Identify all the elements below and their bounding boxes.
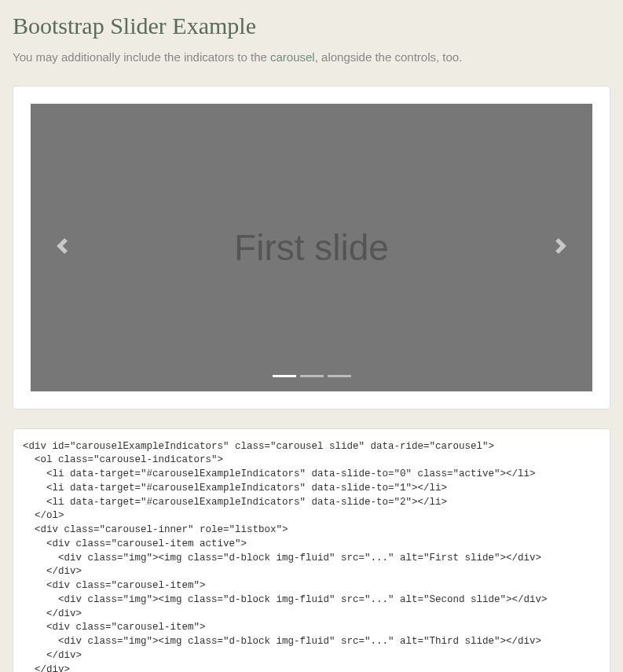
carousel-slide-text: First slide <box>234 226 389 269</box>
carousel: First slide <box>31 104 592 391</box>
carousel-prev-button[interactable] <box>31 104 93 391</box>
intro-text-before: You may additionally include the indicat… <box>13 50 270 64</box>
chevron-right-icon <box>553 238 569 257</box>
carousel-indicator-2[interactable] <box>328 375 351 377</box>
carousel-next-button[interactable] <box>530 104 592 391</box>
carousel-indicators <box>273 375 351 377</box>
carousel-panel: First slide <box>13 86 610 409</box>
chevron-left-icon <box>54 238 70 257</box>
code-example: <div id="carouselExampleIndicators" clas… <box>13 428 610 673</box>
intro-paragraph: You may additionally include the indicat… <box>13 49 610 67</box>
carousel-indicator-0[interactable] <box>273 375 296 377</box>
carousel-indicator-1[interactable] <box>300 375 324 377</box>
intro-text-after: , alongside the controls, too. <box>315 50 463 64</box>
carousel-link[interactable]: carousel <box>270 50 315 64</box>
page-title: Bootstrap Slider Example <box>13 13 610 39</box>
